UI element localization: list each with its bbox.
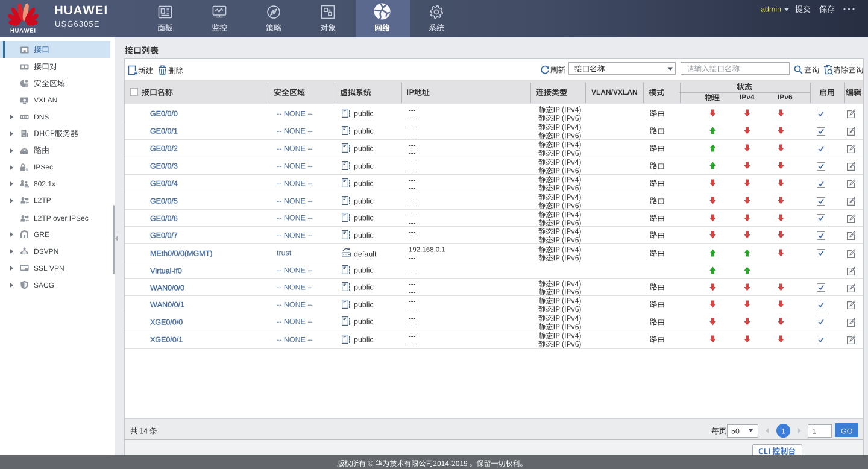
svg-text:6: 6	[26, 168, 28, 172]
